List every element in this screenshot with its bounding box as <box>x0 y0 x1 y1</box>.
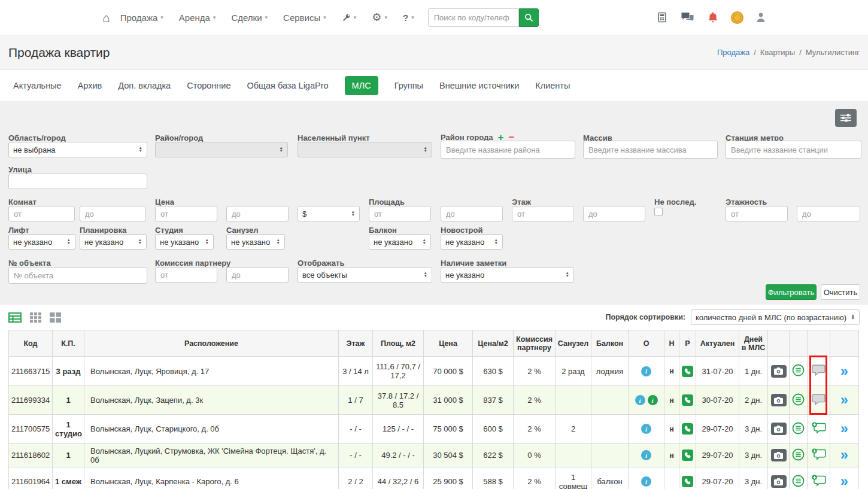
district-select[interactable]: ▲▼ <box>155 142 288 157</box>
phone-icon[interactable] <box>682 394 693 406</box>
area-to-input[interactable] <box>441 206 503 221</box>
notes-list-icon[interactable] <box>792 393 805 406</box>
floors-from-input[interactable] <box>726 206 788 221</box>
help-menu[interactable]: ? ▾ <box>395 13 422 23</box>
street-input[interactable] <box>8 174 147 189</box>
tab-groups[interactable]: Группы <box>394 81 423 90</box>
search-button[interactable] <box>519 8 539 27</box>
tab-extra[interactable]: Доп. вкладка <box>118 81 171 90</box>
region-select[interactable]: не выбрана▲▼ <box>8 142 147 157</box>
object-id-input[interactable] <box>8 267 147 284</box>
notes-list-icon[interactable] <box>792 422 805 435</box>
balcony-select[interactable]: не указано▲▼ <box>369 234 431 250</box>
sort-order-select[interactable]: количество дней в МЛС (по возрастанию)▲▼ <box>691 309 860 325</box>
bathroom-select[interactable]: не указано▲▼ <box>226 234 285 250</box>
rooms-to-input[interactable] <box>80 206 146 221</box>
notes-list-icon[interactable] <box>792 364 805 376</box>
menu-servisy[interactable]: Сервисы▾ <box>275 13 334 23</box>
messages-icon[interactable] <box>680 11 695 23</box>
expand-arrow-icon[interactable]: » <box>840 475 848 488</box>
tools-menu[interactable]: ▾ <box>334 13 365 22</box>
floors-to-input[interactable] <box>797 206 860 221</box>
phone-icon[interactable] <box>682 449 693 461</box>
profile-icon[interactable] <box>756 12 766 23</box>
layout-select[interactable]: не указано▲▼ <box>80 234 147 250</box>
expand-arrow-icon[interactable]: » <box>840 365 848 378</box>
info-icon[interactable]: i <box>641 366 651 376</box>
commission-from-input[interactable] <box>155 267 217 283</box>
chat-bubble-icon[interactable] <box>812 394 825 405</box>
menu-arenda[interactable]: Аренда▾ <box>171 13 224 23</box>
view-grid-large-icon[interactable] <box>50 312 61 323</box>
area-from-input[interactable] <box>369 206 431 221</box>
tab-mls[interactable]: МЛС <box>345 76 378 95</box>
city-district-input[interactable] <box>441 141 575 159</box>
clear-button[interactable]: Очистить <box>821 284 860 300</box>
breadcrumb-link-prodazha[interactable]: Продажа <box>717 48 749 57</box>
studio-select[interactable]: не указано▲▼ <box>155 234 214 250</box>
tab-actual[interactable]: Актуальные <box>13 81 62 90</box>
chat-add-icon[interactable] <box>812 422 826 434</box>
camera-icon[interactable] <box>771 394 787 406</box>
info-icon[interactable]: i <box>641 450 651 460</box>
location-cell[interactable]: Волынская, Луцк, Зацепи, д. 3к <box>84 386 339 415</box>
newbuild-select[interactable]: не указано▲▼ <box>441 234 503 250</box>
filter-settings-button[interactable] <box>835 109 857 127</box>
phone-icon[interactable] <box>682 423 693 435</box>
rooms-from-input[interactable] <box>8 206 75 221</box>
expand-arrow-icon[interactable]: » <box>840 393 848 407</box>
settlement-select[interactable]: ▲▼ <box>298 142 432 157</box>
camera-icon[interactable] <box>771 475 787 488</box>
view-grid-small-icon[interactable] <box>30 312 41 323</box>
settings-menu[interactable]: ⚙ ▾ <box>364 12 395 23</box>
not-last-checkbox[interactable] <box>654 208 663 216</box>
location-cell[interactable]: Волынская, Луцк, Яровиця, д. 17 <box>84 357 339 386</box>
search-input[interactable] <box>428 8 519 27</box>
chat-add-icon[interactable] <box>812 448 826 460</box>
notes-list-icon[interactable] <box>792 475 805 487</box>
tab-archive[interactable]: Архив <box>78 81 102 90</box>
location-cell[interactable]: Волынская, Луцкий, Струмовка, ЖК 'Сімейн… <box>84 444 339 467</box>
info-icon[interactable]: i <box>635 395 645 405</box>
phone-icon[interactable] <box>682 476 693 487</box>
camera-icon[interactable] <box>771 449 787 461</box>
expand-arrow-icon[interactable]: » <box>840 448 848 462</box>
home-icon[interactable]: ⌂ <box>102 11 110 24</box>
info-icon[interactable]: i <box>641 476 651 487</box>
tab-third-party[interactable]: Сторонние <box>187 81 230 90</box>
breadcrumb-kvartiry[interactable]: Квартиры <box>760 48 795 57</box>
currency-select[interactable]: $▲▼ <box>298 206 360 221</box>
price-to-input[interactable] <box>226 206 289 221</box>
tab-external-sources[interactable]: Внешние источники <box>439 81 519 90</box>
location-cell[interactable]: Волынская, Луцк, Старицкого, д. 0б <box>84 415 339 444</box>
floor-from-input[interactable] <box>512 206 574 221</box>
camera-icon[interactable] <box>771 365 787 378</box>
phone-icon[interactable] <box>682 366 693 377</box>
view-table-icon[interactable] <box>8 312 22 323</box>
notifications-bell-icon[interactable] <box>708 11 718 23</box>
price-from-input[interactable] <box>155 206 217 221</box>
expand-arrow-icon[interactable]: » <box>840 422 848 436</box>
menu-prodazha[interactable]: Продажа▾ <box>113 13 171 23</box>
info-icon[interactable]: i <box>641 424 651 434</box>
filter-button[interactable]: Фильтровать <box>766 284 817 300</box>
camera-icon[interactable] <box>771 423 787 435</box>
green-info-icon[interactable]: i <box>648 395 658 405</box>
menu-sdelki[interactable]: Сделки▾ <box>223 13 275 23</box>
location-cell[interactable]: Волынская, Луцк, Карпенка - Карого, д. 6 <box>84 467 339 489</box>
note-select[interactable]: не указано▲▼ <box>441 267 574 283</box>
display-select[interactable]: все объекты▲▼ <box>298 267 432 283</box>
floor-to-input[interactable] <box>583 206 645 221</box>
tab-clients[interactable]: Клиенты <box>535 81 570 90</box>
metro-input[interactable] <box>726 141 861 159</box>
notes-list-icon[interactable] <box>792 448 805 461</box>
bonus-coin-icon[interactable] <box>731 11 743 24</box>
commission-to-input[interactable] <box>226 267 289 283</box>
chat-bubble-icon[interactable] <box>812 365 825 376</box>
notes-cell <box>790 415 808 444</box>
tab-ligapro[interactable]: Общая база LigaPro <box>247 81 329 90</box>
calculator-icon[interactable] <box>657 12 667 23</box>
chat-add-icon[interactable] <box>812 475 826 487</box>
lift-select[interactable]: не указано▲▼ <box>8 234 75 250</box>
massiv-input[interactable] <box>583 141 718 159</box>
